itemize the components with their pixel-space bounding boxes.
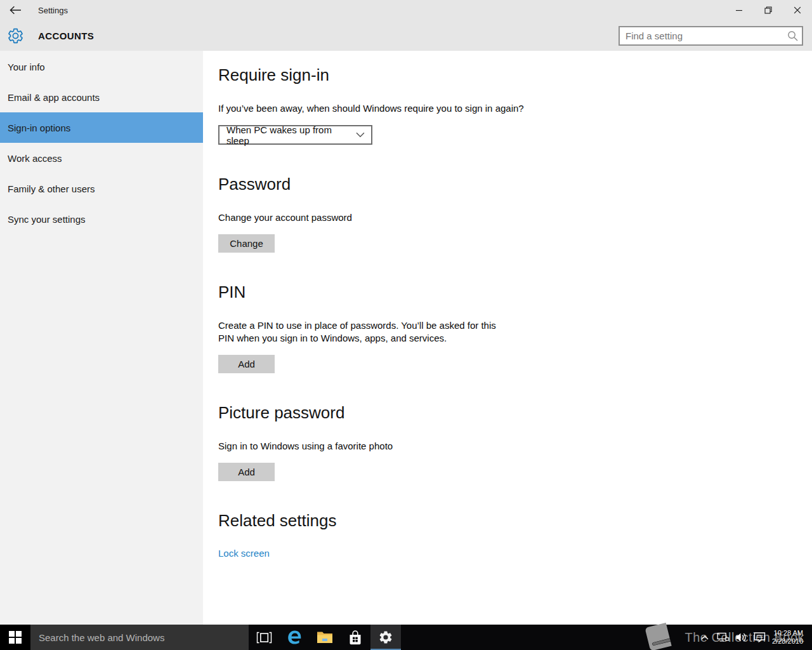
back-button[interactable] xyxy=(0,0,30,20)
window-body: Your info Email & app accounts Sign-in o… xyxy=(0,51,812,625)
sidebar-item-sign-in-options[interactable]: Sign-in options xyxy=(0,112,203,143)
screen: Settings xyxy=(0,0,812,650)
clock-date: 2/28/2016 xyxy=(772,637,803,646)
main-content: Require sign-in If you’ve been away, whe… xyxy=(203,51,812,625)
restore-icon xyxy=(763,5,773,15)
speaker-icon xyxy=(735,632,748,643)
clock-time: 10:28 AM xyxy=(772,629,803,637)
section-title: Picture password xyxy=(218,403,787,423)
section-title: Require sign-in xyxy=(218,65,787,85)
section-pin: PIN Create a PIN to use in place of pass… xyxy=(218,282,787,373)
tray-expand-button[interactable] xyxy=(695,625,714,650)
sidebar-item-work-access[interactable]: Work access xyxy=(0,143,203,173)
taskbar: The Collection Book xyxy=(0,625,812,650)
file-explorer-button[interactable] xyxy=(310,625,340,650)
tray-network-button[interactable] xyxy=(714,625,732,650)
restore-button[interactable] xyxy=(754,0,783,20)
section-password: Password Change your account password Ch… xyxy=(218,175,787,253)
store-button[interactable] xyxy=(340,625,370,650)
file-explorer-icon xyxy=(317,630,333,644)
require-sign-in-dropdown[interactable]: When PC wakes up from sleep xyxy=(218,125,372,145)
lock-screen-link[interactable]: Lock screen xyxy=(218,548,270,559)
minimize-icon xyxy=(734,5,744,15)
chevron-down-icon xyxy=(356,132,365,138)
section-require-sign-in: Require sign-in If you’ve been away, whe… xyxy=(218,65,787,145)
page-title: ACCOUNTS xyxy=(38,30,94,41)
section-picture-password: Picture password Sign in to Windows usin… xyxy=(218,403,787,481)
find-setting-searchbox xyxy=(619,26,803,46)
network-icon xyxy=(717,632,730,643)
sidebar-item-email-app-accounts[interactable]: Email & app accounts xyxy=(0,82,203,112)
chevron-up-icon xyxy=(700,634,709,640)
task-view-button[interactable] xyxy=(249,625,279,650)
system-tray: The Collection Book xyxy=(695,625,812,650)
windows-logo-icon xyxy=(9,631,22,644)
search-input[interactable] xyxy=(620,30,783,41)
section-title: Password xyxy=(218,175,787,194)
tray-action-center-button[interactable] xyxy=(750,625,769,650)
close-icon xyxy=(792,5,802,15)
section-title: Related settings xyxy=(218,511,787,531)
window-controls xyxy=(724,0,812,20)
change-password-button[interactable]: Change xyxy=(218,234,275,253)
window-chrome: Settings xyxy=(0,0,812,51)
section-related-settings: Related settings Lock screen xyxy=(218,511,787,559)
taskbar-clock[interactable]: 10:28 AM 2/28/2016 xyxy=(769,629,809,646)
settings-window: Settings xyxy=(0,0,812,625)
action-center-icon xyxy=(754,632,766,643)
task-view-icon xyxy=(256,631,272,644)
settings-gear-icon xyxy=(0,27,30,44)
back-arrow-icon xyxy=(10,6,22,15)
store-icon xyxy=(348,629,363,646)
titlebar: Settings xyxy=(0,0,812,20)
dropdown-selected-value: When PC wakes up from sleep xyxy=(226,124,356,146)
close-button[interactable] xyxy=(783,0,812,20)
sidebar-item-sync-your-settings[interactable]: Sync your settings xyxy=(0,204,203,234)
minimize-button[interactable] xyxy=(724,0,754,20)
section-description: Create a PIN to use in place of password… xyxy=(218,319,504,345)
search-icon[interactable] xyxy=(783,30,802,41)
add-pin-button[interactable]: Add xyxy=(218,355,275,373)
sidebar: Your info Email & app accounts Sign-in o… xyxy=(0,51,203,625)
edge-browser-button[interactable] xyxy=(279,625,310,650)
taskbar-searchbox xyxy=(30,625,249,650)
settings-app-button[interactable] xyxy=(370,625,401,650)
section-description: Sign in to Windows using a favorite phot… xyxy=(218,440,787,453)
sidebar-item-family-other-users[interactable]: Family & other users xyxy=(0,173,203,204)
section-title: PIN xyxy=(218,282,787,302)
window-title: Settings xyxy=(38,6,68,15)
add-picture-password-button[interactable]: Add xyxy=(218,463,275,481)
section-description: Change your account password xyxy=(218,211,787,224)
section-description: If you’ve been away, when should Windows… xyxy=(218,102,787,115)
sidebar-item-your-info[interactable]: Your info xyxy=(0,51,203,82)
edge-icon xyxy=(285,628,303,646)
taskbar-search-input[interactable] xyxy=(30,632,249,643)
settings-gear-taskbar-icon xyxy=(378,630,393,645)
tray-volume-button[interactable] xyxy=(732,625,750,650)
app-header: ACCOUNTS xyxy=(0,20,812,51)
start-button[interactable] xyxy=(0,625,30,650)
